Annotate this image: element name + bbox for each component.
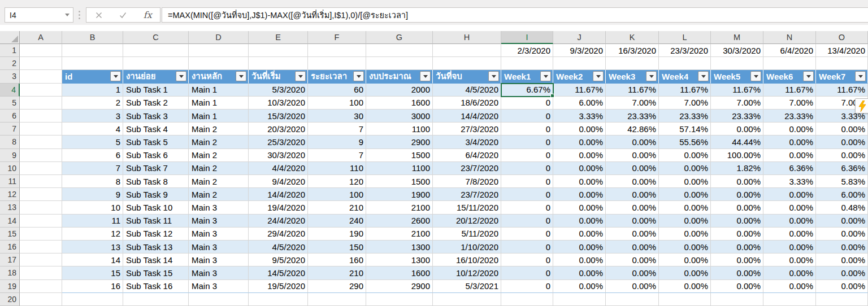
formula-bar-handle[interactable]: [79, 11, 80, 19]
cell-L17[interactable]: 0.00%: [659, 253, 711, 266]
cell-J16[interactable]: 0.00%: [553, 241, 606, 253]
cell-C7[interactable]: Sub Task 4: [123, 123, 189, 135]
cell-H1[interactable]: [433, 44, 501, 57]
filter-button-งานย่อย[interactable]: [176, 71, 186, 81]
cell-K19[interactable]: 0.00%: [606, 280, 659, 293]
column-header-E[interactable]: E: [249, 31, 308, 44]
cell-G15[interactable]: 2100: [366, 228, 433, 241]
row-header-8[interactable]: 8: [0, 135, 20, 148]
cell-M14[interactable]: 0.00%: [711, 215, 763, 228]
cell-J6[interactable]: 3.33%: [553, 110, 606, 123]
cell-E18[interactable]: 14/5/2020: [249, 266, 308, 279]
cell-D1[interactable]: [189, 44, 249, 57]
cell-K1[interactable]: 16/3/2020: [606, 44, 659, 57]
cell-J4[interactable]: 11.67%: [553, 84, 606, 97]
cell-J19[interactable]: 0.00%: [553, 280, 606, 293]
cell-H18[interactable]: 10/12/2020: [433, 266, 501, 279]
cell-E12[interactable]: 14/4/2020: [249, 188, 308, 201]
cell-C2[interactable]: [123, 57, 189, 70]
cell-K8[interactable]: 0.00%: [606, 135, 659, 148]
cell-J1[interactable]: 9/3/2020: [553, 44, 606, 57]
cell-N10[interactable]: 6.36%: [763, 162, 816, 175]
cell-N6[interactable]: 23.33%: [763, 110, 816, 123]
cell-A20[interactable]: [20, 293, 62, 306]
cell-I8[interactable]: 0: [501, 135, 553, 148]
cell-G4[interactable]: 2000: [366, 84, 433, 97]
cell-L15[interactable]: 0.00%: [659, 228, 711, 241]
column-header-G[interactable]: G: [366, 31, 433, 44]
row-header-17[interactable]: 17: [0, 253, 20, 266]
cell-H11[interactable]: 7/8/2020: [433, 175, 501, 188]
cell-A17[interactable]: [20, 253, 62, 266]
cell-G9[interactable]: 1500: [366, 149, 433, 162]
cell-M5[interactable]: 7.00%: [711, 97, 763, 110]
cell-O11[interactable]: 5.83%: [816, 175, 868, 188]
row-header-15[interactable]: 15: [0, 228, 20, 241]
cell-O13[interactable]: 0.48%: [816, 201, 868, 214]
filter-button-Week7[interactable]: [855, 71, 866, 81]
filter-button-Week2[interactable]: [593, 71, 604, 81]
cell-F14[interactable]: 240: [308, 215, 366, 228]
select-all-button[interactable]: [0, 31, 20, 44]
cell-C4[interactable]: Sub Task 1: [123, 84, 189, 97]
cell-I18[interactable]: 0: [501, 266, 553, 279]
row-header-13[interactable]: 13: [0, 201, 20, 214]
cell-O4[interactable]: 11.67%: [816, 84, 868, 97]
filter-button-Week3[interactable]: [646, 71, 657, 81]
cell-I15[interactable]: 0: [501, 228, 553, 241]
cell-J14[interactable]: 0.00%: [553, 215, 606, 228]
cell-A12[interactable]: [20, 188, 62, 201]
row-header-10[interactable]: 10: [0, 162, 20, 175]
cell-G13[interactable]: 2100: [366, 201, 433, 214]
cell-D12[interactable]: Main 2: [189, 188, 249, 201]
cell-G16[interactable]: 1300: [366, 241, 433, 253]
cell-C12[interactable]: Sub Task 9: [123, 188, 189, 201]
cell-M15[interactable]: 0.00%: [711, 228, 763, 241]
cell-E7[interactable]: 20/3/2020: [249, 123, 308, 135]
cell-F12[interactable]: 100: [308, 188, 366, 201]
cell-J9[interactable]: 0.00%: [553, 149, 606, 162]
cell-K9[interactable]: 0.00%: [606, 149, 659, 162]
cell-G2[interactable]: [366, 57, 433, 70]
filter-button-Week6[interactable]: [803, 71, 814, 81]
filter-button-Week4[interactable]: [698, 71, 709, 81]
cell-C20[interactable]: [123, 293, 189, 306]
cell-E10[interactable]: 4/4/2020: [249, 162, 308, 175]
cell-K7[interactable]: 42.86%: [606, 123, 659, 135]
filter-button-Week5[interactable]: [750, 71, 761, 81]
cell-O14[interactable]: 0.00%: [816, 215, 868, 228]
row-header-18[interactable]: 18: [0, 266, 20, 279]
cell-N14[interactable]: 0.00%: [763, 215, 816, 228]
row-header-9[interactable]: 9: [0, 149, 20, 162]
cell-F10[interactable]: 110: [308, 162, 366, 175]
cell-I11[interactable]: 0: [501, 175, 553, 188]
cell-N19[interactable]: 0.00%: [763, 280, 816, 293]
cell-L4[interactable]: 11.67%: [659, 84, 711, 97]
cell-J11[interactable]: 0.00%: [553, 175, 606, 188]
cell-N13[interactable]: 0.00%: [763, 201, 816, 214]
cell-E8[interactable]: 25/3/2020: [249, 135, 308, 148]
cell-O9[interactable]: 0.00%: [816, 149, 868, 162]
cell-I17[interactable]: 0: [501, 253, 553, 266]
cell-D15[interactable]: Main 3: [189, 228, 249, 241]
row-header-14[interactable]: 14: [0, 215, 20, 228]
row-header-16[interactable]: 16: [0, 241, 20, 253]
cell-D19[interactable]: Main 3: [189, 280, 249, 293]
cell-I10[interactable]: 0: [501, 162, 553, 175]
cell-C6[interactable]: Sub Task 3: [123, 110, 189, 123]
cell-L5[interactable]: 7.00%: [659, 97, 711, 110]
cell-E6[interactable]: 15/3/2020: [249, 110, 308, 123]
cell-O19[interactable]: 0.00%: [816, 280, 868, 293]
cell-B17[interactable]: 14: [62, 253, 123, 266]
cell-H8[interactable]: 3/4/2020: [433, 135, 501, 148]
cell-E4[interactable]: 5/3/2020: [249, 84, 308, 97]
cell-K5[interactable]: 7.00%: [606, 97, 659, 110]
cell-L18[interactable]: 0.00%: [659, 266, 711, 279]
filter-button-id[interactable]: [110, 71, 121, 81]
cell-H7[interactable]: 27/3/2020: [433, 123, 501, 135]
cell-H13[interactable]: 15/11/2020: [433, 201, 501, 214]
cell-K15[interactable]: 0.00%: [606, 228, 659, 241]
cell-L20[interactable]: [659, 293, 711, 306]
column-header-F[interactable]: F: [308, 31, 366, 44]
cell-L1[interactable]: 23/3/2020: [659, 44, 711, 57]
